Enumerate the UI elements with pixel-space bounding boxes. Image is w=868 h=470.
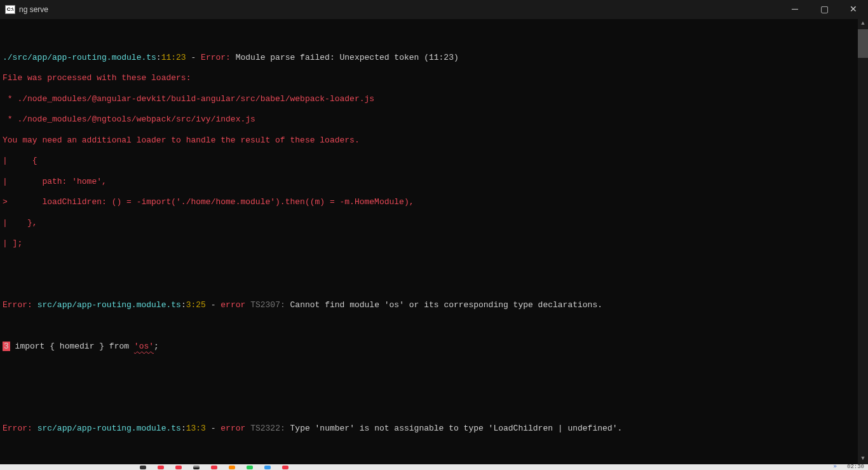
taskbar-app-icon[interactable] [282,466,288,469]
code-context: | ]; [3,238,865,249]
error-underline: 'os' [134,342,154,351]
error-msg: Cannot find module 'os' or its correspon… [290,300,602,310]
code-context: | { [3,156,865,166]
taskbar-apps [140,466,288,469]
window-titlebar: C:\ ng serve ─ ▢ ✕ [0,0,868,19]
error-file: src/app/app-routing.module.ts [37,300,181,310]
cmd-icon: C:\ [5,5,15,14]
error-prefix: Error: [3,300,32,310]
error-msg: Type 'number' is not assignable to type … [290,424,623,433]
taskbar: » 02:30 [0,464,868,470]
code-context: | }, [3,218,865,228]
scrollbar[interactable]: ▲ ▼ [858,19,868,464]
error-label: Error: [201,53,231,62]
error-loc: 11:23 [161,53,186,62]
error-prefix: Error: [3,424,32,433]
scroll-thumb[interactable] [858,29,868,58]
terminal-output: ./src/app/app-routing.module.ts:11:23 - … [0,19,868,464]
taskbar-app-icon[interactable] [229,466,235,469]
code-context: > loadChildren: () = -import('./home/hom… [3,197,865,207]
close-button[interactable]: ✕ [839,0,868,19]
taskbar-app-icon[interactable] [175,466,182,469]
loader-info: You may need an additional loader to han… [3,135,865,146]
maximize-button[interactable]: ▢ [810,0,839,19]
taskbar-app-icon[interactable] [247,466,253,469]
error-msg: Module parse failed: Unexpected token (1… [231,53,459,62]
code-context: | path: 'home', [3,177,865,187]
loader-info: * ./node_modules/@angular-devkit/build-a… [3,94,865,104]
line-number: 3 [3,342,10,351]
scroll-up-icon[interactable]: ▲ [858,19,868,29]
tray-chevron-icon[interactable]: » [834,464,837,470]
error-code: TS2322: [245,424,290,433]
error-file: src/app/app-routing.module.ts [37,424,181,433]
taskbar-tray: » 02:30 [834,464,864,470]
scroll-down-icon[interactable]: ▼ [858,454,868,464]
error-loc: 13:3 [186,424,206,433]
error-code: TS2307: [245,300,290,310]
taskbar-app-icon[interactable] [158,466,164,469]
loader-info: * ./node_modules/@ngtools/webpack/src/iv… [3,114,865,125]
taskbar-app-icon[interactable] [211,466,217,469]
loader-info: File was processed with these loaders: [3,73,865,83]
minimize-button[interactable]: ─ [780,0,810,19]
taskbar-app-icon[interactable] [193,466,200,469]
window-controls: ─ ▢ ✕ [780,0,868,19]
taskbar-app-icon[interactable] [140,466,146,469]
window-title: ng serve [19,5,48,15]
error-file: ./src/app/app-routing.module.ts [3,53,156,62]
taskbar-app-icon[interactable] [264,466,271,469]
taskbar-clock: 02:30 [847,464,864,470]
error-label: error [220,300,245,310]
titlebar-left: C:\ ng serve [5,5,48,15]
error-label: error [220,424,245,433]
error-loc: 3:25 [186,300,206,310]
